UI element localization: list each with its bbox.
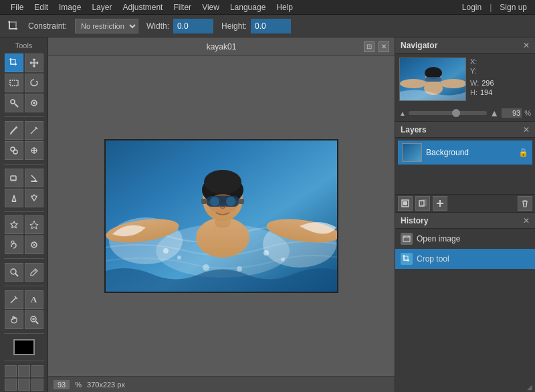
navigator-title: Navigator [401,41,437,50]
smudge-tool-btn[interactable] [5,235,23,254]
menu-file[interactable]: File [5,0,29,15]
brush-tool-btn[interactable] [5,121,23,140]
sharpen-tool-btn[interactable] [25,215,43,234]
layers-tool-2[interactable] [415,196,430,211]
svg-point-60 [400,79,427,88]
grid-btn-6[interactable] [31,379,43,391]
search-tool-btn[interactable] [25,310,43,329]
svg-point-44 [210,197,219,206]
svg-point-10 [15,126,17,128]
history-item-crop[interactable]: Crop tool [395,249,535,269]
color-swatch[interactable] [13,339,35,356]
svg-line-1 [15,104,18,107]
layers-toolbar [395,194,535,212]
canvas-viewport[interactable] [48,56,395,376]
zoom-track[interactable] [409,111,487,115]
text-tool-btn[interactable]: A [25,290,43,309]
rect-select-btn[interactable] [5,74,23,92]
navigator-close-btn[interactable]: ✕ [523,41,530,50]
y-label: Y: [470,67,477,75]
zoom-tool-btn[interactable] [5,263,23,282]
layer-thumbnail [402,143,422,162]
history-item-open-label: Open image [417,234,460,243]
zoom-thumb[interactable] [452,109,460,117]
dodge-tool-btn[interactable] [5,189,23,207]
fill-tool-btn[interactable] [25,169,43,187]
svg-line-25 [15,274,18,276]
login-button[interactable]: Login [459,3,484,12]
width-input[interactable] [173,19,213,33]
auth-area: Login | Sign up [459,3,530,12]
menu-help[interactable]: Help [271,0,298,15]
menu-view[interactable]: View [197,0,225,15]
spot-heal-btn[interactable] [25,94,43,112]
height-input[interactable] [251,19,291,33]
grid-btn-3[interactable] [31,365,43,377]
grid-btn-5[interactable] [18,379,30,391]
layer-name: Background [426,148,514,157]
svg-line-28 [35,321,38,324]
history-resize-handle[interactable]: ◢ [395,381,535,392]
menu-filter[interactable]: Filter [168,0,197,15]
pencil-tool-btn[interactable] [25,121,43,140]
lasso-tool-btn[interactable] [25,74,43,92]
layers-close-btn[interactable]: ✕ [523,125,530,134]
constraint-select[interactable]: No restriction [75,19,138,33]
heal-tool-btn[interactable] [25,141,43,160]
svg-point-13 [13,150,17,154]
svg-point-53 [203,264,209,271]
height-label: Height: [221,21,247,31]
canvas-close-btn[interactable]: ✕ [379,41,389,52]
canvas-restore-btn[interactable]: ⊡ [364,41,374,52]
grid-btn-4[interactable] [5,379,17,391]
zoom-pct-label: % [524,109,531,117]
width-label: Width: [146,21,169,31]
svg-point-45 [226,197,235,206]
menu-layer[interactable]: Layer [86,0,117,15]
signup-button[interactable]: Sign up [497,3,530,12]
layers-tool-1[interactable] [398,196,413,211]
grid-btn-1[interactable] [5,365,17,377]
canvas-area: kayak01 ⊡ ✕ [48,37,395,392]
svg-point-24 [11,269,16,274]
menu-adjustment[interactable]: Adjustment [117,0,168,15]
eyedrop-tool-btn[interactable] [25,263,43,282]
main-layout: Tools [0,37,535,392]
layer-lock-icon: 🔒 [518,148,528,157]
navigator-zoom-bar: ▲ ▲ % [395,105,535,121]
layer-background-item[interactable]: Background 🔒 [398,140,532,165]
crop-tool-btn[interactable] [5,54,23,72]
tools-panel-title: Tools [15,40,33,52]
history-close-btn[interactable]: ✕ [523,216,530,225]
layers-panel: Layers ✕ Background 🔒 [395,122,535,213]
history-item-crop-label: Crop tool [417,254,449,264]
blur-tool-btn[interactable] [5,215,23,234]
menu-edit[interactable]: Edit [29,0,54,15]
svg-point-52 [281,258,285,262]
zoom-value-input[interactable] [502,108,522,118]
zoom-large-icon: ▲ [490,108,499,118]
menu-image[interactable]: Image [54,0,86,15]
eraser-tool-btn[interactable] [5,169,23,187]
x-label: X: [470,58,477,66]
wand-tool-btn[interactable] [5,94,23,112]
main-image [104,139,338,293]
sponge-tool-btn[interactable] [25,235,43,254]
layers-tool-4[interactable] [518,196,532,211]
h-value: 194 [480,88,492,96]
svg-rect-17 [31,181,37,182]
grid-btn-2[interactable] [18,365,30,377]
menu-language[interactable]: Language [225,0,271,15]
move-tool-btn[interactable] [25,54,43,72]
layers-title: Layers [401,125,427,134]
width-group: Width: [146,19,213,33]
hand-tool-btn[interactable] [5,310,23,329]
pen-tool-btn[interactable] [5,290,23,309]
history-crop-icon [401,253,413,265]
clone-tool-btn[interactable] [5,141,23,160]
history-item-open[interactable]: Open image [395,229,535,249]
svg-rect-59 [425,77,441,82]
layers-tool-3[interactable] [433,196,447,211]
navigator-coords: X: Y: W: 296 H: 194 [470,58,494,101]
burn-tool-btn[interactable] [25,189,43,207]
